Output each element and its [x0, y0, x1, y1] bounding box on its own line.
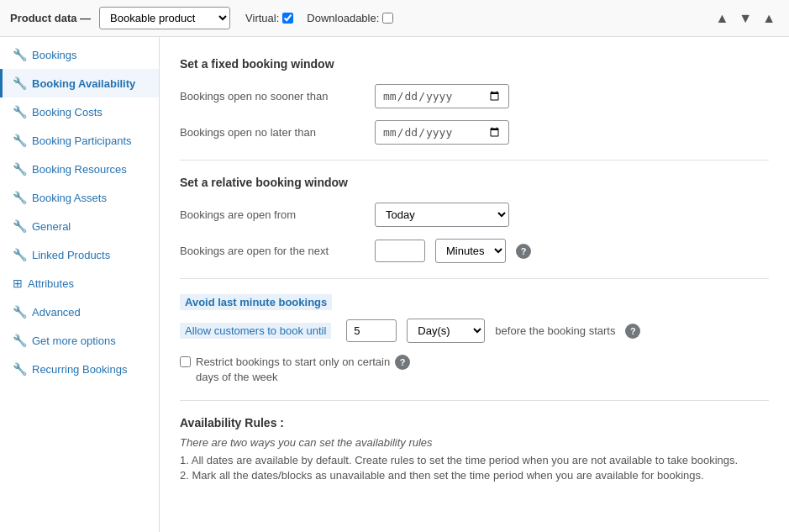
wrench-icon-2: 🔧	[13, 76, 27, 90]
sidebar-item-label: Attributes	[28, 277, 74, 290]
product-data-label: Product data —	[10, 12, 91, 24]
sidebar-item-linked-products[interactable]: 🔧 Linked Products	[0, 240, 159, 269]
bookings-open-later-label: Bookings open no later than	[180, 126, 365, 139]
wrench-icon-10: 🔧	[13, 334, 27, 347]
sidebar-item-label: Get more options	[32, 334, 116, 347]
bookings-open-for-unit-select[interactable]: Minutes Hours Days Weeks Months	[435, 239, 506, 263]
sidebar-item-label: Booking Resources	[32, 163, 127, 176]
sidebar-item-label: Linked Products	[32, 249, 110, 261]
sidebar-item-get-more-options[interactable]: 🔧 Get more options	[0, 326, 159, 355]
main-layout: 🔧 Bookings 🔧 Booking Availability 🔧 Book…	[0, 37, 789, 532]
allow-customers-unit-select[interactable]: Minute(s) Hour(s) Day(s) Week(s) Month(s…	[407, 319, 485, 343]
sidebar-item-booking-costs[interactable]: 🔧 Booking Costs	[0, 97, 159, 126]
sidebar-item-advanced[interactable]: 🔧 Advanced	[0, 298, 159, 326]
wrench-icon-11: 🔧	[13, 362, 27, 376]
header-arrows: ▲ ▼ ▲	[712, 9, 779, 28]
sidebar-item-label: Booking Availability	[32, 77, 135, 90]
sidebar-item-label: Booking Assets	[32, 192, 107, 204]
fixed-window-title: Set a fixed booking window	[180, 57, 769, 71]
product-type-select[interactable]: Bookable product Simple product Variable…	[99, 7, 230, 29]
allow-customers-label: Allow customers to book until	[180, 323, 331, 339]
availability-note: There are two ways you can set the avail…	[180, 436, 769, 449]
divider-2	[180, 278, 769, 279]
sidebar-item-attributes[interactable]: ⊞ Attributes	[0, 269, 159, 298]
wrench-icon-4: 🔧	[13, 134, 27, 147]
sidebar-item-label: General	[32, 220, 71, 233]
sidebar: 🔧 Bookings 🔧 Booking Availability 🔧 Book…	[0, 37, 160, 532]
virtual-label[interactable]: Virtual:	[245, 12, 293, 24]
bookings-open-from-row: Bookings are open from Today Tomorrow Ne…	[180, 203, 769, 227]
bookings-open-for-label: Bookings are open for the next	[180, 245, 365, 257]
help-icon-2[interactable]: ?	[625, 324, 640, 339]
divider-3	[180, 400, 769, 401]
sidebar-item-booking-participants[interactable]: 🔧 Booking Participants	[0, 126, 159, 155]
sidebar-item-label: Booking Costs	[32, 106, 103, 119]
wrench-icon-9: 🔧	[13, 305, 27, 319]
help-icon-1[interactable]: ?	[516, 244, 531, 259]
sidebar-item-label: Bookings	[32, 49, 76, 61]
bookings-open-from-select[interactable]: Today Tomorrow Next Week	[375, 203, 509, 227]
sidebar-item-label: Advanced	[32, 306, 81, 319]
divider-1	[180, 160, 769, 161]
wrench-icon-6: 🔧	[13, 191, 27, 204]
virtual-checkbox[interactable]	[282, 13, 293, 24]
sidebar-item-general[interactable]: 🔧 General	[0, 212, 159, 240]
sidebar-item-bookings[interactable]: 🔧 Bookings	[0, 40, 159, 69]
before-booking-starts-text: before the booking starts	[495, 324, 615, 337]
allow-customers-row: Allow customers to book until Minute(s) …	[180, 319, 769, 343]
bookings-open-from-label: Bookings are open from	[180, 208, 365, 221]
sidebar-item-recurring-bookings[interactable]: 🔧 Recurring Bookings	[0, 355, 159, 383]
content-area: Set a fixed booking window Bookings open…	[160, 37, 789, 532]
bookings-open-later-row: Bookings open no later than	[180, 120, 769, 145]
sidebar-item-booking-resources[interactable]: 🔧 Booking Resources	[0, 155, 159, 183]
sidebar-item-booking-assets[interactable]: 🔧 Booking Assets	[0, 183, 159, 212]
help-icon-3[interactable]: ?	[395, 355, 410, 370]
avoid-title: Avoid last minute bookings	[180, 294, 332, 310]
relative-window-title: Set a relative booking window	[180, 176, 769, 189]
arrow-up-button[interactable]: ▲	[712, 9, 732, 28]
restrict-checkbox[interactable]	[180, 356, 191, 367]
wrench-icon: 🔧	[13, 48, 27, 61]
downloadable-checkbox[interactable]	[382, 13, 393, 24]
wrench-icon-3: 🔧	[13, 105, 27, 119]
bookings-open-for-input[interactable]	[375, 240, 425, 262]
relative-window-section: Set a relative booking window Bookings a…	[180, 176, 769, 263]
availability-rule-1: 1. All dates are available by default. C…	[180, 454, 769, 466]
bookings-open-sooner-row: Bookings open no sooner than	[180, 84, 769, 108]
allow-customers-input[interactable]	[346, 319, 397, 342]
virtual-downloadable-group: Virtual: Downloadable:	[245, 12, 393, 24]
availability-section: Availability Rules : There are two ways …	[180, 416, 769, 482]
grid-icon: ⊞	[13, 277, 23, 290]
sidebar-item-label: Recurring Bookings	[32, 363, 127, 376]
availability-rule-2: 2. Mark all the dates/blocks as unavaila…	[180, 469, 769, 482]
product-data-header: Product data — Bookable product Simple p…	[0, 0, 789, 37]
fixed-window-section: Set a fixed booking window Bookings open…	[180, 57, 769, 145]
bookings-open-sooner-label: Bookings open no sooner than	[180, 90, 365, 103]
wrench-icon-7: 🔧	[13, 219, 27, 233]
restrict-label: Restrict bookings to start only on certa…	[196, 355, 390, 385]
sidebar-item-label: Booking Participants	[32, 134, 132, 147]
sidebar-item-booking-availability[interactable]: 🔧 Booking Availability	[0, 69, 159, 97]
arrow-expand-button[interactable]: ▲	[759, 9, 779, 28]
availability-list: 1. All dates are available by default. C…	[180, 454, 769, 482]
bookings-open-later-input[interactable]	[375, 120, 509, 145]
availability-title: Availability Rules :	[180, 416, 769, 429]
restrict-checkbox-row: Restrict bookings to start only on certa…	[180, 355, 769, 385]
bookings-open-sooner-input[interactable]	[375, 84, 509, 108]
bookings-open-for-row: Bookings are open for the next Minutes H…	[180, 239, 769, 263]
downloadable-label[interactable]: Downloadable:	[307, 12, 393, 24]
wrench-icon-5: 🔧	[13, 162, 27, 176]
wrench-icon-8: 🔧	[13, 248, 27, 261]
arrow-down-button[interactable]: ▼	[735, 9, 755, 28]
avoid-section: Avoid last minute bookings Allow custome…	[180, 294, 769, 385]
